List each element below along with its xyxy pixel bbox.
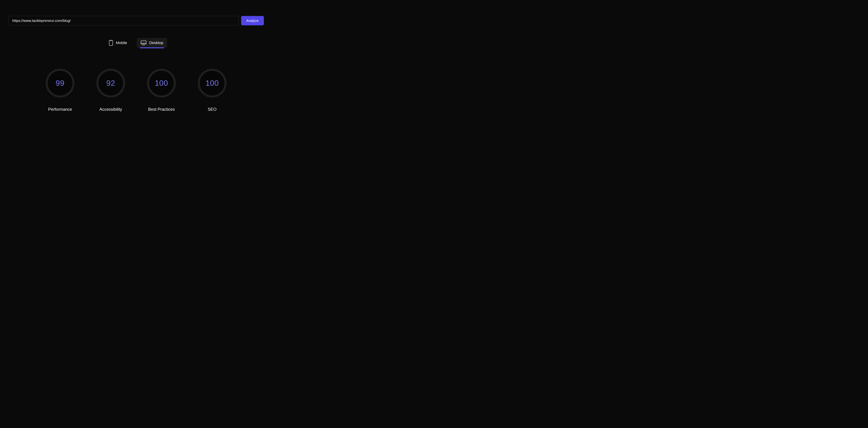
tab-mobile-label: Mobile — [116, 41, 127, 45]
score-ring: 99 — [45, 69, 74, 97]
score-label: Best Practices — [148, 107, 175, 112]
score-best-practices: 100 Best Practices — [147, 69, 176, 112]
score-accessibility: 92 Accessibility — [96, 69, 125, 112]
score-seo: 100 SEO — [198, 69, 226, 112]
score-value: 92 — [106, 79, 115, 88]
score-ring: 92 — [96, 69, 125, 97]
score-ring: 100 — [198, 69, 226, 97]
score-label: Performance — [48, 107, 72, 112]
score-performance: 99 Performance — [45, 69, 74, 112]
tab-mobile[interactable]: Mobile — [105, 37, 131, 48]
score-value: 100 — [155, 79, 168, 88]
score-label: SEO — [208, 107, 217, 112]
score-label: Accessibility — [99, 107, 122, 112]
device-tabs: Mobile Desktop — [8, 37, 264, 48]
url-input[interactable] — [8, 16, 239, 25]
url-input-row: Analyze — [8, 16, 264, 25]
desktop-icon — [141, 40, 147, 45]
scores-row: 99 Performance 92 Accessibility 100 Best… — [8, 69, 264, 112]
svg-rect-2 — [141, 41, 146, 44]
analyze-button[interactable]: Analyze — [241, 16, 264, 25]
score-value: 99 — [56, 79, 65, 88]
score-ring: 100 — [147, 69, 176, 97]
tab-desktop[interactable]: Desktop — [137, 38, 167, 48]
score-value: 100 — [206, 79, 219, 88]
mobile-icon — [109, 40, 113, 46]
tab-desktop-label: Desktop — [149, 41, 163, 45]
